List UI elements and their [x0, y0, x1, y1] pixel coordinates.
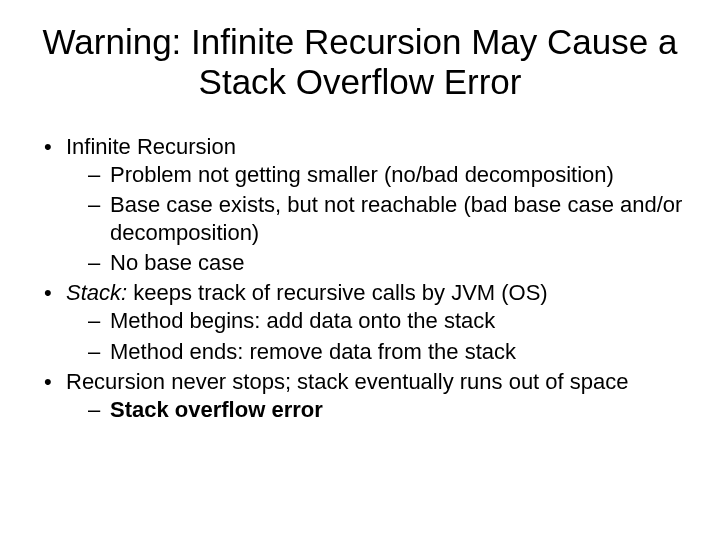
sub-list: Method begins: add data onto the stack M…: [66, 307, 690, 365]
slide: Warning: Infinite Recursion May Cause a …: [0, 0, 720, 540]
bullet-text-emphasis: Stack:: [66, 280, 127, 305]
bullet-text: Method ends: remove data from the stack: [110, 339, 516, 364]
sub-list: Stack overflow error: [66, 396, 690, 424]
list-item: Stack: keeps track of recursive calls by…: [44, 279, 690, 365]
list-item: Problem not getting smaller (no/bad deco…: [88, 161, 690, 189]
list-item: Recursion never stops; stack eventually …: [44, 368, 690, 424]
bullet-text-strong: Stack overflow error: [110, 397, 323, 422]
bullet-text: Problem not getting smaller (no/bad deco…: [110, 162, 614, 187]
list-item: No base case: [88, 249, 690, 277]
bullet-text: No base case: [110, 250, 245, 275]
list-item: Method ends: remove data from the stack: [88, 338, 690, 366]
bullet-text: Recursion never stops; stack eventually …: [66, 369, 629, 394]
bullet-list: Infinite Recursion Problem not getting s…: [30, 133, 690, 425]
list-item: Base case exists, but not reachable (bad…: [88, 191, 690, 247]
slide-title: Warning: Infinite Recursion May Cause a …: [30, 22, 690, 103]
sub-list: Problem not getting smaller (no/bad deco…: [66, 161, 690, 278]
list-item: Stack overflow error: [88, 396, 690, 424]
bullet-text: Infinite Recursion: [66, 134, 236, 159]
bullet-text: keeps track of recursive calls by JVM (O…: [127, 280, 548, 305]
list-item: Method begins: add data onto the stack: [88, 307, 690, 335]
list-item: Infinite Recursion Problem not getting s…: [44, 133, 690, 278]
bullet-text: Base case exists, but not reachable (bad…: [110, 192, 682, 245]
bullet-text: Method begins: add data onto the stack: [110, 308, 495, 333]
